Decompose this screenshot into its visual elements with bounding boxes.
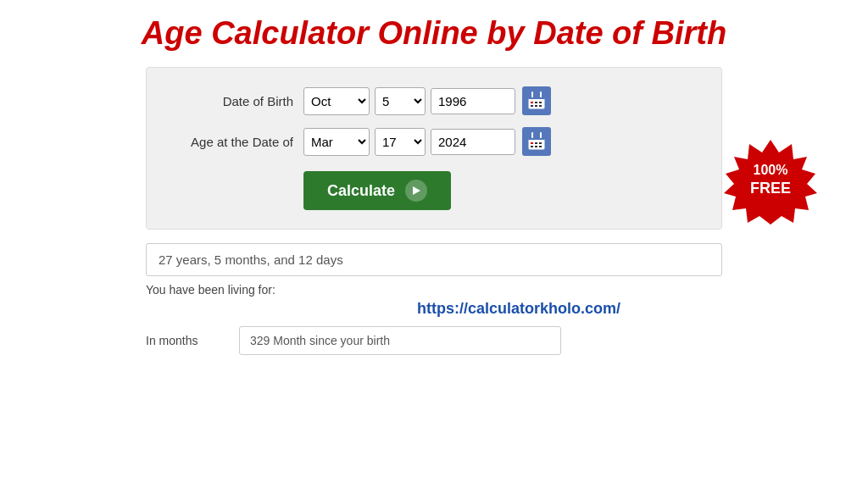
- age-year-input[interactable]: 2024: [431, 129, 515, 155]
- free-badge: 100% FREE: [724, 136, 817, 229]
- svg-rect-9: [539, 105, 542, 107]
- calculate-label: Calculate: [327, 182, 395, 200]
- svg-marker-20: [413, 186, 420, 195]
- age-at-row: Age at the Date of Mar JanFebApr MayJunJ…: [172, 127, 696, 156]
- months-label: In months: [146, 334, 239, 347]
- svg-rect-15: [535, 142, 537, 144]
- dob-row: Date of Birth Oct JanFebMarApr MayJunJul…: [172, 86, 696, 115]
- dob-day-select[interactable]: 5 1234 678910 1112131415 1617181920 2122…: [375, 87, 426, 115]
- dob-label: Date of Birth: [172, 94, 303, 108]
- svg-rect-5: [535, 102, 537, 103]
- svg-rect-19: [539, 146, 542, 147]
- age-calendar-icon[interactable]: [522, 127, 551, 156]
- svg-rect-11: [528, 135, 545, 140]
- svg-rect-6: [539, 102, 542, 103]
- svg-rect-17: [531, 146, 533, 147]
- calculator-box: Date of Birth Oct JanFebMarApr MayJunJul…: [146, 67, 722, 230]
- months-result: 329 Month since your birth: [239, 326, 561, 355]
- months-row: In months 329 Month since your birth: [146, 326, 722, 355]
- svg-rect-8: [535, 105, 537, 107]
- living-label: You have been living for:: [146, 283, 722, 297]
- svg-rect-4: [531, 102, 533, 103]
- svg-rect-1: [528, 94, 545, 99]
- age-day-select[interactable]: 17 1234 5678910 1112131415 16181920 2122…: [375, 128, 426, 156]
- result-section: 27 years, 5 months, and 12 days You have…: [146, 243, 722, 355]
- svg-rect-14: [531, 142, 533, 144]
- svg-text:FREE: FREE: [750, 180, 791, 197]
- website-link[interactable]: https://calculatorkholo.com/: [146, 300, 722, 318]
- svg-text:100%: 100%: [754, 163, 788, 177]
- dob-month-select[interactable]: Oct JanFebMarApr MayJunJulAug SepNovDec: [303, 87, 370, 115]
- svg-rect-18: [535, 146, 537, 147]
- age-month-select[interactable]: Mar JanFebApr MayJunJulAug SepOctNovDec: [303, 128, 370, 156]
- dob-year-input[interactable]: 1996: [431, 88, 515, 114]
- svg-rect-7: [531, 105, 533, 107]
- play-icon: [405, 180, 427, 202]
- calculate-button[interactable]: Calculate: [303, 171, 451, 210]
- age-result: 27 years, 5 months, and 12 days: [146, 243, 722, 276]
- dob-calendar-icon[interactable]: [522, 86, 551, 115]
- age-at-label: Age at the Date of: [172, 135, 303, 149]
- page-title: Age Calculator Online by Date of Birth: [51, 15, 817, 52]
- svg-rect-16: [539, 142, 542, 144]
